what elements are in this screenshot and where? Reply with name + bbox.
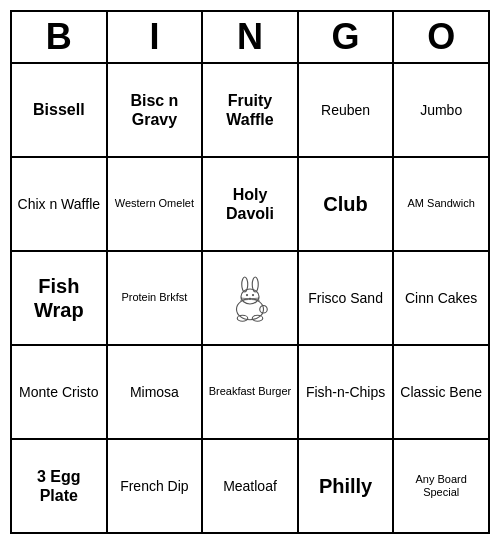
svg-point-4 <box>246 294 248 296</box>
header-letter: I <box>108 12 204 62</box>
svg-point-6 <box>248 298 251 300</box>
bingo-row: BissellBisc n GravyFruity WaffleReubenJu… <box>12 64 488 158</box>
bingo-row: 3 Egg PlateFrench DipMeatloafPhillyAny B… <box>12 440 488 532</box>
bingo-cell: Mimosa <box>108 346 204 438</box>
bingo-cell: Protein Brkfst <box>108 252 204 344</box>
bingo-cell: Fish Wrap <box>12 252 108 344</box>
bingo-cell <box>203 252 299 344</box>
cell-text: Fruity Waffle <box>207 91 293 129</box>
cell-text: Mimosa <box>130 384 179 401</box>
bingo-header: BINGO <box>12 12 488 64</box>
bingo-cell: Reuben <box>299 64 395 156</box>
bingo-row: Monte CristoMimosaBreakfast BurgerFish-n… <box>12 346 488 440</box>
cell-text: Any Board Special <box>398 473 484 499</box>
bingo-cell: Bissell <box>12 64 108 156</box>
svg-point-5 <box>252 294 254 296</box>
cell-text: French Dip <box>120 478 188 495</box>
cell-text: Classic Bene <box>400 384 482 401</box>
cell-text: Breakfast Burger <box>209 385 292 398</box>
cell-text: Jumbo <box>420 102 462 119</box>
cell-text: Philly <box>319 474 372 498</box>
bingo-cell: Jumbo <box>394 64 488 156</box>
bingo-cell: Chix n Waffle <box>12 158 108 250</box>
cell-text: Fish Wrap <box>16 274 102 322</box>
bingo-cell: AM Sandwich <box>394 158 488 250</box>
header-letter: O <box>394 12 488 62</box>
cell-text: Frisco Sand <box>308 290 383 307</box>
bingo-cell: Meatloaf <box>203 440 299 532</box>
header-letter: G <box>299 12 395 62</box>
bingo-grid: BissellBisc n GravyFruity WaffleReubenJu… <box>12 64 488 532</box>
bingo-row: Chix n WaffleWestern OmeletHoly DavoliCl… <box>12 158 488 252</box>
cell-text: Monte Cristo <box>19 384 98 401</box>
cell-text: Holy Davoli <box>207 185 293 223</box>
cell-text: 3 Egg Plate <box>16 467 102 505</box>
bingo-cell: Breakfast Burger <box>203 346 299 438</box>
bingo-cell: Club <box>299 158 395 250</box>
bingo-cell: Monte Cristo <box>12 346 108 438</box>
cell-text: Chix n Waffle <box>18 196 100 213</box>
bingo-cell: 3 Egg Plate <box>12 440 108 532</box>
bingo-card: BINGO BissellBisc n GravyFruity WaffleRe… <box>10 10 490 534</box>
cell-text: Fish-n-Chips <box>306 384 385 401</box>
cell-text: Bissell <box>33 100 85 119</box>
cell-text: Meatloaf <box>223 478 277 495</box>
bingo-cell: French Dip <box>108 440 204 532</box>
bingo-cell: Holy Davoli <box>203 158 299 250</box>
header-letter: N <box>203 12 299 62</box>
bingo-cell: Frisco Sand <box>299 252 395 344</box>
cell-text: Cinn Cakes <box>405 290 477 307</box>
cell-text: AM Sandwich <box>408 197 475 210</box>
bingo-cell: Bisc n Gravy <box>108 64 204 156</box>
bingo-cell: Classic Bene <box>394 346 488 438</box>
cell-text: Reuben <box>321 102 370 119</box>
header-letter: B <box>12 12 108 62</box>
cell-text: Club <box>323 192 367 216</box>
cell-text: Bisc n Gravy <box>112 91 198 129</box>
bingo-cell: Fish-n-Chips <box>299 346 395 438</box>
bingo-cell: Western Omelet <box>108 158 204 250</box>
bingo-cell: Philly <box>299 440 395 532</box>
free-space <box>220 268 280 328</box>
bingo-cell: Fruity Waffle <box>203 64 299 156</box>
bingo-cell: Cinn Cakes <box>394 252 488 344</box>
cell-text: Protein Brkfst <box>121 291 187 304</box>
cell-text: Western Omelet <box>115 197 194 210</box>
bingo-cell: Any Board Special <box>394 440 488 532</box>
bingo-row: Fish WrapProtein Brkfst <box>12 252 488 346</box>
